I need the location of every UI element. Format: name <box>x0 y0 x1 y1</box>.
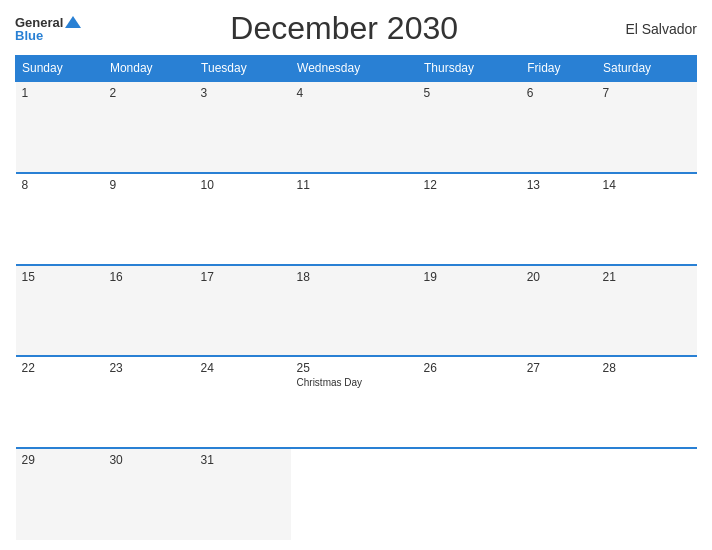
weekday-header: Saturday <box>597 56 697 82</box>
day-number: 20 <box>527 270 591 284</box>
day-number: 5 <box>424 86 515 100</box>
day-number: 3 <box>201 86 285 100</box>
day-number: 24 <box>201 361 285 375</box>
day-number: 23 <box>109 361 188 375</box>
calendar-day-cell: 5 <box>418 81 521 173</box>
weekday-header: Wednesday <box>291 56 418 82</box>
day-number: 19 <box>424 270 515 284</box>
weekday-header: Sunday <box>16 56 104 82</box>
calendar-day-cell: 31 <box>195 448 291 540</box>
calendar-week-row: 293031 <box>16 448 697 540</box>
day-number: 9 <box>109 178 188 192</box>
calendar-day-cell: 30 <box>103 448 194 540</box>
day-number: 1 <box>22 86 98 100</box>
calendar-week-row: 1234567 <box>16 81 697 173</box>
calendar-day-cell: 14 <box>597 173 697 265</box>
day-number: 12 <box>424 178 515 192</box>
logo-triangle-icon <box>65 16 81 28</box>
day-number: 21 <box>603 270 691 284</box>
weekday-header: Tuesday <box>195 56 291 82</box>
calendar-day-cell: 21 <box>597 265 697 357</box>
calendar-day-cell: 26 <box>418 356 521 448</box>
calendar-day-cell: 24 <box>195 356 291 448</box>
calendar-day-cell: 28 <box>597 356 697 448</box>
calendar-day-cell <box>418 448 521 540</box>
day-number: 2 <box>109 86 188 100</box>
calendar-day-cell: 4 <box>291 81 418 173</box>
calendar-day-cell: 29 <box>16 448 104 540</box>
calendar-day-cell: 25Christmas Day <box>291 356 418 448</box>
day-number: 6 <box>527 86 591 100</box>
calendar-day-cell: 8 <box>16 173 104 265</box>
day-number: 8 <box>22 178 98 192</box>
calendar-day-cell: 19 <box>418 265 521 357</box>
calendar-day-cell: 27 <box>521 356 597 448</box>
calendar-table: SundayMondayTuesdayWednesdayThursdayFrid… <box>15 55 697 540</box>
calendar-day-cell: 11 <box>291 173 418 265</box>
day-number: 11 <box>297 178 412 192</box>
calendar-week-row: 891011121314 <box>16 173 697 265</box>
calendar-day-cell: 1 <box>16 81 104 173</box>
day-number: 4 <box>297 86 412 100</box>
calendar-day-cell: 16 <box>103 265 194 357</box>
calendar-day-cell: 23 <box>103 356 194 448</box>
logo-general-text: General <box>15 16 63 29</box>
day-number: 15 <box>22 270 98 284</box>
calendar-day-cell: 3 <box>195 81 291 173</box>
calendar-day-cell: 18 <box>291 265 418 357</box>
calendar-week-row: 22232425Christmas Day262728 <box>16 356 697 448</box>
calendar-container: General Blue December 2030 El Salvador S… <box>0 0 712 550</box>
calendar-week-row: 15161718192021 <box>16 265 697 357</box>
day-number: 31 <box>201 453 285 467</box>
calendar-day-cell: 6 <box>521 81 597 173</box>
day-number: 14 <box>603 178 691 192</box>
weekday-header: Monday <box>103 56 194 82</box>
calendar-day-cell <box>521 448 597 540</box>
day-number: 13 <box>527 178 591 192</box>
calendar-day-cell <box>597 448 697 540</box>
header: General Blue December 2030 El Salvador <box>15 10 697 47</box>
calendar-day-cell <box>291 448 418 540</box>
calendar-day-cell: 17 <box>195 265 291 357</box>
calendar-day-cell: 22 <box>16 356 104 448</box>
day-number: 30 <box>109 453 188 467</box>
day-number: 10 <box>201 178 285 192</box>
logo: General Blue <box>15 16 81 42</box>
calendar-day-cell: 13 <box>521 173 597 265</box>
month-title: December 2030 <box>81 10 607 47</box>
day-number: 18 <box>297 270 412 284</box>
day-number: 22 <box>22 361 98 375</box>
day-number: 25 <box>297 361 412 375</box>
calendar-day-cell: 9 <box>103 173 194 265</box>
day-number: 27 <box>527 361 591 375</box>
day-number: 28 <box>603 361 691 375</box>
calendar-day-cell: 7 <box>597 81 697 173</box>
calendar-day-cell: 2 <box>103 81 194 173</box>
calendar-day-cell: 20 <box>521 265 597 357</box>
day-number: 16 <box>109 270 188 284</box>
country-label: El Salvador <box>607 21 697 37</box>
day-number: 29 <box>22 453 98 467</box>
weekday-header-row: SundayMondayTuesdayWednesdayThursdayFrid… <box>16 56 697 82</box>
logo-blue-text: Blue <box>15 29 43 42</box>
day-number: 26 <box>424 361 515 375</box>
calendar-day-cell: 15 <box>16 265 104 357</box>
weekday-header: Friday <box>521 56 597 82</box>
calendar-day-cell: 10 <box>195 173 291 265</box>
day-number: 17 <box>201 270 285 284</box>
weekday-header: Thursday <box>418 56 521 82</box>
calendar-day-cell: 12 <box>418 173 521 265</box>
holiday-label: Christmas Day <box>297 377 412 388</box>
day-number: 7 <box>603 86 691 100</box>
